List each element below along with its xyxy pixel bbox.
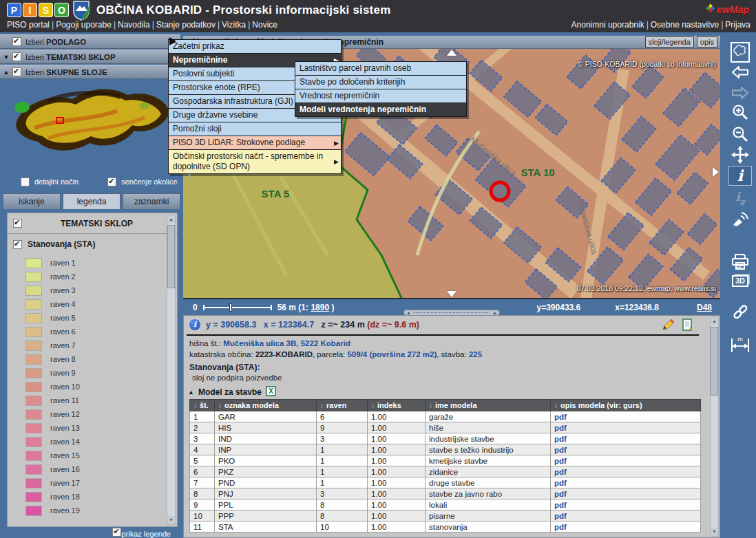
identify-tool[interactable]: i xyxy=(729,166,751,185)
nav-navodila[interactable]: Navodila xyxy=(118,20,150,30)
pdf-link[interactable]: pdf xyxy=(554,413,567,421)
svg-text:X: X xyxy=(269,387,273,395)
tab-iskanje[interactable]: iskanje xyxy=(3,193,61,209)
menu-item-piso-3d-lidar-strokovne-podlage[interactable]: PISO 3D LiDAR: Strokovne podlage▶ xyxy=(169,136,341,150)
info-scrollbar-thumb[interactable] xyxy=(711,327,718,396)
parcel-link[interactable]: 509/4 (površina 272 m2) xyxy=(347,350,437,358)
history-back-tool[interactable] xyxy=(724,65,756,81)
sidebar-group-podlago[interactable]: Izberi PODLAGO xyxy=(0,34,180,49)
pdf-link[interactable]: pdf xyxy=(554,479,567,487)
legend-item-label: raven 12 xyxy=(50,410,80,418)
identify-gurs-tool[interactable]: ig xyxy=(724,191,756,205)
legend-swatch xyxy=(25,286,42,296)
pdf-link[interactable]: pdf xyxy=(554,435,567,443)
checkbox-sencenje-okolice[interactable] xyxy=(107,177,116,186)
view-3d-tool[interactable]: 3D xyxy=(724,275,756,287)
menu-item-modeli-vrednotenja-nepremicnin[interactable]: Modeli vrednotenja nepremičnin xyxy=(295,103,466,116)
expand-arrow-icon[interactable]: ▼ xyxy=(0,54,12,61)
history-forward-tool[interactable] xyxy=(724,85,756,102)
scroll-down-icon[interactable]: ▼ xyxy=(711,528,718,536)
nav-piso-portal[interactable]: PISO portal xyxy=(7,20,50,30)
menu-item-vrednost-nepremicnin[interactable]: Vrednost nepremičnin xyxy=(295,89,466,103)
scroll-down-icon[interactable]: ▼ xyxy=(167,516,175,524)
scale-ratio-link[interactable]: 1890 xyxy=(311,303,329,312)
zoom-slider[interactable] xyxy=(203,303,272,312)
zoom-slider-handle[interactable] xyxy=(229,303,232,312)
column-header-st[interactable]: ↕št. xyxy=(190,400,215,411)
pdf-link[interactable]: pdf xyxy=(554,501,567,509)
legend-item: raven 12 xyxy=(8,407,177,421)
table-section-header[interactable]: ▲ Model za stavbe X xyxy=(188,386,276,398)
print-tool[interactable] xyxy=(724,253,756,272)
pdf-link[interactable]: pdf xyxy=(554,424,567,432)
pan-east-icon[interactable] xyxy=(713,167,719,177)
pdf-link[interactable]: pdf xyxy=(554,468,567,476)
menu-item-obcinski-prostorski-nacrt-spremembe-in-dopolnitve-sd-opn[interactable]: Občinski prostorski načrt - spremembe in… xyxy=(169,150,341,173)
zoom-out-tool[interactable] xyxy=(724,125,756,144)
cell: IND xyxy=(215,433,317,444)
nav-stanje-podatkov[interactable]: Stanje podatkov xyxy=(156,20,216,30)
tab-zaznamki[interactable]: zaznamki xyxy=(123,193,180,209)
collapse-arrow-icon[interactable]: ▲ xyxy=(188,389,194,396)
permalink-tool[interactable] xyxy=(724,303,756,322)
legend-scrollbar[interactable]: ▲ ▼ xyxy=(167,215,176,525)
pan-tool[interactable] xyxy=(724,146,756,165)
checkbox-podlago[interactable] xyxy=(12,37,21,46)
pdf-link[interactable]: pdf xyxy=(554,490,567,498)
tab-legenda[interactable]: legenda xyxy=(63,193,120,209)
nav-vizitka[interactable]: Vizitka xyxy=(222,20,246,30)
pan-north-icon[interactable] xyxy=(447,50,456,56)
legend-scrollbar-thumb[interactable] xyxy=(167,225,175,288)
print-icon xyxy=(731,253,750,271)
cell: pdf xyxy=(551,433,701,444)
description-button[interactable]: opis xyxy=(697,36,717,47)
gps-tool[interactable] xyxy=(724,211,756,230)
legend-swatch xyxy=(25,368,42,378)
checkbox-prikaz-legende[interactable] xyxy=(112,528,121,537)
menu-item-zacetni-prikaz[interactable]: Začetni prikaz xyxy=(169,40,341,54)
pdf-link[interactable]: pdf xyxy=(554,446,567,454)
info-scrollbar[interactable]: ▲ ▼ xyxy=(710,316,719,537)
column-header-indeks[interactable]: ↕indeks xyxy=(368,400,426,411)
column-header-raven[interactable]: ↕raven xyxy=(317,400,368,411)
scroll-up-icon[interactable]: ▲ xyxy=(711,317,718,325)
layers-legend-button[interactable]: sloji/legenda xyxy=(645,36,694,47)
column-header-opis-modela-vir-gurs[interactable]: ↕opis modela (vir: gurs) xyxy=(551,400,701,411)
address-value[interactable]: Mučeniška ulica 3B, 5222 Kobarid xyxy=(223,339,350,347)
sidebar-group-skupne-sloje[interactable]: ▲Izberi SKUPNE SLOJE xyxy=(0,65,180,79)
nav-novice[interactable]: Novice xyxy=(252,20,277,30)
expand-arrow-icon[interactable]: ▲ xyxy=(0,69,12,76)
menu-item-pomozni-sloji[interactable]: Pomožni sloji xyxy=(169,122,341,136)
checkbox-tematski-sklop[interactable] xyxy=(12,52,21,61)
pan-icon xyxy=(731,146,749,164)
pdf-link[interactable]: pdf xyxy=(554,512,567,520)
report-notes-icon[interactable] xyxy=(681,319,695,333)
table-row: 11STA101.00stanovanjapdf xyxy=(190,521,701,532)
zoom-in-tool[interactable] xyxy=(724,103,756,122)
column-header-oznaka-modela[interactable]: ↕oznaka modela xyxy=(215,400,317,411)
nav-prijava[interactable]: Prijava xyxy=(725,20,750,30)
column-header-ime-modela[interactable]: ↕ime modela xyxy=(426,400,551,411)
pdf-link[interactable]: pdf xyxy=(554,523,567,531)
nav-pogoji-uporabe[interactable]: Pogoji uporabe xyxy=(56,20,112,30)
municipality-overview-thumbnail[interactable] xyxy=(7,80,174,166)
scroll-up-icon[interactable]: ▲ xyxy=(167,215,175,224)
pan-south-icon[interactable] xyxy=(447,291,456,297)
excel-export-icon[interactable]: X xyxy=(266,386,276,398)
sidebar-group-tematski-sklop[interactable]: ▼Izberi TEMATSKI SKLOP xyxy=(0,50,180,64)
datum-link[interactable]: D48 xyxy=(697,303,712,312)
nav-osebne-nastavitve[interactable]: Osebne nastavitve xyxy=(651,20,719,30)
menu-item-lastnistvo-parcel-pravnih-oseb[interactable]: Lastništvo parcel pravnih oseb xyxy=(295,62,466,76)
menu-item-stavbe-po-dolocenih-kriterijih[interactable]: Stavbe po določenih kriterijih xyxy=(295,76,466,89)
full-extent-tool[interactable] xyxy=(724,41,756,65)
sidebar-toggle-arrow[interactable] xyxy=(169,37,176,45)
edit-pencil-icon[interactable] xyxy=(662,319,675,333)
pdf-link[interactable]: pdf xyxy=(554,457,567,465)
checkbox-detajlni-nacin[interactable] xyxy=(21,177,30,186)
checkbox-skupne-sloje[interactable] xyxy=(12,67,21,76)
measure-tool[interactable]: m xyxy=(724,336,756,355)
tematski-sklop-checkbox[interactable] xyxy=(13,219,22,228)
nav-anonimni-uporabnik[interactable]: Anonimni uporabnik xyxy=(571,20,644,30)
stanovanja-checkbox[interactable] xyxy=(13,240,22,249)
building-link[interactable]: 225 xyxy=(469,350,482,358)
